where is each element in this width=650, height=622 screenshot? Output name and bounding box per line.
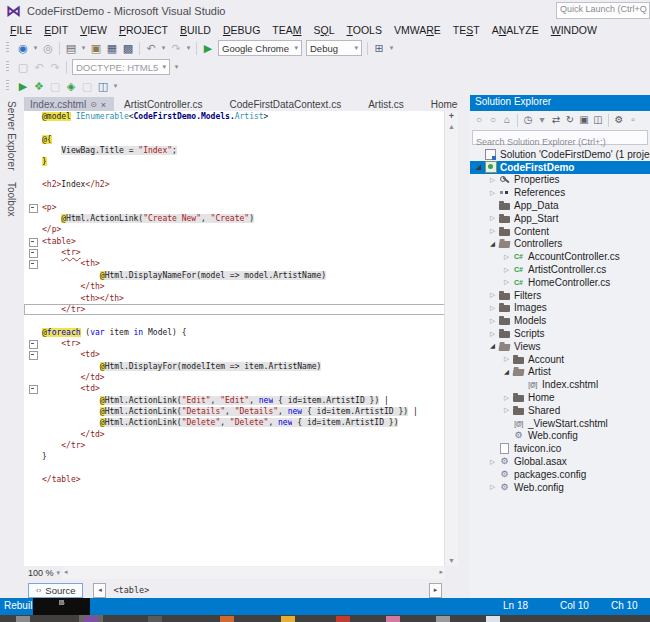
schema-compare-icon[interactable]: ◫ [95,78,111,94]
tree-expander-icon[interactable]: ▷ [487,291,498,299]
view-in-browser-icon[interactable]: ▶ [15,78,31,94]
tree-item-favicon-ico[interactable]: favicon.ico [470,442,650,455]
disabled-icon-2[interactable]: ▢ [79,78,95,94]
tree-expander-icon[interactable]: ▷ [487,227,498,235]
tree-item-models[interactable]: ▷Models [470,314,650,327]
tag-breadcrumb[interactable]: <table> [113,585,429,595]
attach-process-icon[interactable]: ⊞ [371,40,387,56]
tree-item-account[interactable]: ▷Account [470,353,650,366]
tree-item-shared[interactable]: ▷Shared [470,404,650,417]
tree-item-codefirstdemo[interactable]: ◢CodeFirstDemo [470,161,650,174]
tree-expander-icon[interactable]: ▷ [487,214,498,222]
solution-config-combo[interactable]: Debug▾ [306,40,362,56]
tree-item-scripts[interactable]: ▷Scripts [470,327,650,340]
se-refresh-icon[interactable]: ↻ [563,112,577,128]
toolbar-grip[interactable] [6,61,9,73]
tree-expander-icon[interactable]: ▷ [487,176,498,184]
menu-build[interactable]: BUILD [174,23,217,37]
run-icon[interactable]: ◈ [63,78,79,94]
tree-item-controllers[interactable]: ◢Controllers [470,238,650,251]
tree-item-homecontroller-cs[interactable]: ▷C#HomeController.cs [470,276,650,289]
tree-expander-icon[interactable]: ◢ [487,342,498,350]
taskbar-icon-8[interactable] [486,616,500,622]
tree-item-views[interactable]: ◢Views [470,340,650,353]
se-collapse-all-icon[interactable]: ▣ [577,112,591,128]
tree-expander-icon[interactable]: ◢ [501,368,512,376]
quick-launch-input[interactable]: Quick Launch (Ctrl+Q [556,2,650,19]
se-forward-icon[interactable]: ○ [486,112,500,128]
tree-item-packages-config[interactable]: ⚙packages.config [470,468,650,481]
menu-vmware[interactable]: VMWARE [388,23,447,37]
save-icon[interactable]: ▦ [104,40,120,56]
editor-horizontal-scrollbar[interactable]: ◂ ▸ [62,567,445,579]
undo-disabled-icon[interactable]: ↶ [31,59,47,75]
source-view-button[interactable]: ‹› Source [28,583,83,598]
tree-expander-icon[interactable]: ◢ [487,240,498,248]
tree-expander-icon[interactable]: ▷ [487,304,498,312]
menu-window[interactable]: WINDOW [545,23,603,37]
fold-marker-icon[interactable] [29,340,38,349]
tree-expander-icon[interactable]: ▷ [501,266,512,274]
scroll-right-icon[interactable]: ▸ [439,568,443,576]
nav-back-icon[interactable]: ◉ [15,40,31,56]
undo-dropdown-icon[interactable]: ▾ [159,40,168,56]
toolbar-grip[interactable] [6,42,9,54]
redo-disabled-icon[interactable]: ↷ [47,59,63,75]
tree-expander-icon[interactable]: ▷ [487,330,498,338]
server-explorer-tab[interactable]: Server Explorer [6,95,17,176]
tree-expander-icon[interactable]: ▷ [501,406,512,414]
editor-vertical-scrollbar[interactable]: + ▲ ▼ [444,111,458,566]
zoom-level-combo[interactable]: 100 % ▾ [24,568,62,578]
tree-item-content[interactable]: ▷Content [470,225,650,238]
redo-dropdown-icon[interactable]: ▾ [184,40,193,56]
menu-analyze[interactable]: ANALYZE [486,23,545,37]
tree-item-properties[interactable]: ▷Properties [470,174,650,187]
fold-marker-icon[interactable] [29,204,38,213]
tag-nav-back-icon[interactable]: ◂ [93,583,106,598]
menu-debug[interactable]: DEBUG [217,23,266,37]
se-preview-icon[interactable]: ◫ [591,112,605,128]
toolbar3-overflow-icon[interactable]: ▾ [111,78,120,94]
se-home-icon[interactable]: ⌂ [500,112,514,128]
taskbar-icon-3[interactable] [220,616,234,622]
menu-view[interactable]: VIEW [74,23,113,37]
nav-forward-icon[interactable]: ◎ [40,40,56,56]
panel-splitter[interactable] [458,95,470,598]
scroll-down-icon[interactable]: ▼ [445,557,458,564]
se-pending-dropdown-icon[interactable]: ▾ [535,112,549,128]
tree-expander-icon[interactable]: ▷ [487,317,498,325]
tree-expander-icon[interactable]: ◢ [473,163,484,171]
tab-artistcontroller-cs[interactable]: ArtistController.cs [118,97,210,111]
code-editor[interactable]: @model IEnumerable<CodeFirstDemo.Models.… [24,111,445,566]
menu-sql[interactable]: SQL [307,23,340,37]
tree-expander-icon[interactable]: ▷ [487,189,498,197]
taskbar-icon-7[interactable] [436,616,450,622]
tree-expander-icon[interactable]: ▷ [487,458,498,466]
tree-item-web-config[interactable]: ▷⚙Web.config [470,481,650,494]
tree-item-home[interactable]: ▷Home [470,391,650,404]
tag-nav-forward-icon[interactable]: ▸ [429,583,442,598]
se-back-icon[interactable]: ○ [472,112,486,128]
tab-codefirstdatacontext-cs[interactable]: CodeFirstDataContext.cs [223,97,349,111]
se-pending-changes-icon[interactable]: ◷ [521,112,535,128]
taskbar-icon-6[interactable] [386,616,400,622]
fold-marker-icon[interactable] [29,385,38,394]
fold-marker-icon[interactable] [29,351,38,360]
toolbox-tab[interactable]: Toolbox [6,176,17,222]
tree-item-web-config[interactable]: ⚙Web.config [470,430,650,443]
pin-icon[interactable]: ⊙ [90,100,97,109]
toolbar-grip[interactable] [6,80,9,92]
new-file-dropdown-icon[interactable]: ▾ [79,40,88,56]
menu-edit[interactable]: EDIT [38,23,74,37]
open-file-icon[interactable]: ▣ [88,40,104,56]
taskbar-icon-4[interactable] [281,616,295,622]
tree-expander-icon[interactable]: ▷ [501,278,512,286]
fold-marker-icon[interactable] [29,249,38,258]
scroll-up-icon[interactable]: ▲ [445,123,458,130]
tree-item-global-asax[interactable]: ▷⚙Global.asax [470,455,650,468]
toolbar2-overflow-icon[interactable]: ▾ [172,59,181,75]
menu-project[interactable]: PROJECT [113,23,174,37]
menu-team[interactable]: TEAM [266,23,307,37]
menu-file[interactable]: FILE [4,23,38,37]
tree-item-viewstart-cshtml[interactable]: [@]_ViewStart.cshtml [470,417,650,430]
